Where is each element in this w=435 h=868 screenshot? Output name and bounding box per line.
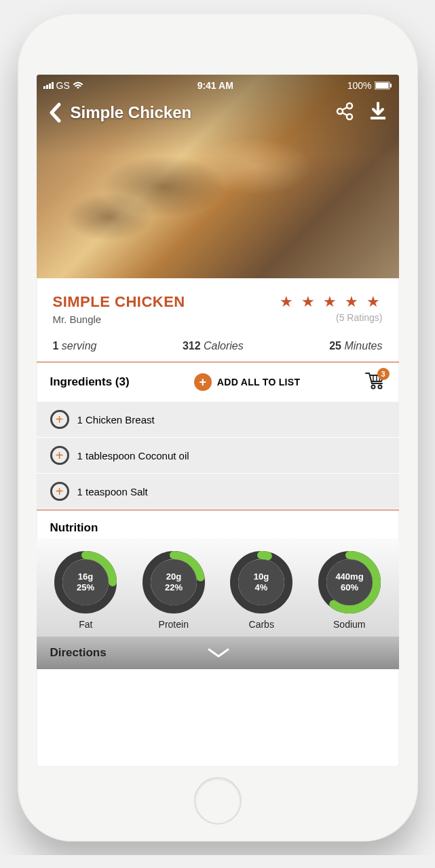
- add-all-label: ADD ALL TO LIST: [217, 377, 300, 388]
- hero-nav: Simple Chicken: [37, 102, 399, 124]
- recipe-title: SIMPLE CHICKEN: [53, 293, 185, 311]
- calories-value: 312: [183, 340, 201, 352]
- ingredient-row: + 1 Chicken Breast: [37, 402, 399, 438]
- svg-text:440mg: 440mg: [335, 571, 363, 582]
- svg-point-3: [347, 103, 352, 109]
- chevron-down-icon: [52, 647, 385, 658]
- svg-point-13: [371, 385, 375, 389]
- cart-badge: 3: [377, 368, 390, 380]
- home-button[interactable]: [194, 777, 242, 825]
- status-left: GS: [43, 80, 83, 91]
- svg-text:60%: 60%: [341, 582, 358, 592]
- nutrition-gauge: 16g25%Fat: [53, 550, 118, 630]
- recipe-header: SIMPLE CHICKEN Mr. Bungle ★ ★ ★ ★ ★ (5 R…: [37, 278, 399, 362]
- servings-label: serving: [62, 340, 97, 352]
- phone-frame: GS 9:41 AM 100% Simple Chicken: [18, 14, 418, 842]
- rating-count: (5 Ratings): [280, 312, 382, 323]
- add-ingredient-button[interactable]: +: [50, 410, 69, 429]
- ingredient-text: 1 tablespoon Coconut oil: [77, 450, 189, 461]
- plus-icon: +: [194, 373, 212, 391]
- nutrition-heading: Nutrition: [37, 510, 399, 539]
- ingredient-text: 1 teaspoon Salt: [77, 486, 148, 497]
- svg-text:4%: 4%: [255, 582, 268, 592]
- ingredient-row: + 1 teaspoon Salt: [37, 474, 399, 510]
- recipe-stats: 1 serving 312 Calories 25 Minutes: [53, 340, 383, 352]
- signal-icon: [43, 82, 54, 89]
- svg-line-7: [342, 113, 347, 115]
- ingredients-header: Ingredients (3) + ADD ALL TO LIST 3: [37, 362, 399, 402]
- add-ingredient-button[interactable]: +: [50, 482, 69, 501]
- svg-text:10g: 10g: [254, 571, 269, 582]
- hero-image: Simple Chicken: [37, 75, 399, 278]
- svg-text:20g: 20g: [166, 571, 181, 582]
- svg-rect-9: [371, 117, 385, 119]
- wifi-icon: [73, 81, 83, 90]
- battery-icon: [375, 81, 392, 90]
- recipe-author: Mr. Bungle: [53, 314, 185, 325]
- time-label: Minutes: [344, 340, 382, 352]
- ingredient-text: 1 Chicken Breast: [77, 414, 155, 426]
- ingredients-list: + 1 Chicken Breast + 1 tablespoon Coconu…: [37, 402, 399, 510]
- gauge-label: Protein: [159, 619, 189, 630]
- nutrition-gauge: 10g4%Carbs: [229, 550, 294, 630]
- carrier-label: GS: [56, 80, 70, 91]
- add-ingredient-button[interactable]: +: [50, 446, 69, 465]
- ingredients-heading: Ingredients (3): [50, 375, 130, 389]
- share-icon[interactable]: [335, 102, 354, 124]
- nutrition-row: 16g25%Fat20g22%Protein10g4%Carbs440mg60%…: [37, 539, 399, 637]
- gauge-label: Carbs: [249, 619, 274, 630]
- back-button[interactable]: [49, 102, 62, 123]
- download-icon[interactable]: [369, 102, 387, 124]
- svg-point-4: [337, 109, 343, 114]
- status-bar: GS 9:41 AM 100%: [37, 75, 399, 96]
- svg-line-6: [342, 107, 347, 110]
- svg-text:22%: 22%: [165, 582, 183, 592]
- status-time: 9:41 AM: [197, 80, 233, 91]
- svg-text:25%: 25%: [77, 582, 94, 592]
- app-screen: GS 9:41 AM 100% Simple Chicken: [37, 75, 399, 767]
- svg-point-5: [347, 114, 352, 119]
- directions-toggle[interactable]: Directions: [37, 637, 399, 669]
- battery-percent: 100%: [347, 80, 372, 91]
- svg-text:16g: 16g: [78, 571, 93, 582]
- hero-title: Simple Chicken: [71, 103, 335, 122]
- svg-rect-1: [375, 83, 388, 89]
- nutrition-gauge: 20g22%Protein: [141, 550, 206, 630]
- time-value: 25: [329, 340, 341, 352]
- calories-label: Calories: [204, 340, 244, 352]
- nutrition-gauge: 440mg60%Sodium: [317, 550, 382, 630]
- servings-value: 1: [53, 340, 59, 352]
- svg-rect-2: [390, 83, 392, 88]
- status-right: 100%: [347, 80, 392, 91]
- add-all-button[interactable]: + ADD ALL TO LIST: [136, 373, 358, 391]
- cart-button[interactable]: 3: [365, 372, 385, 392]
- rating-stars[interactable]: ★ ★ ★ ★ ★: [280, 293, 382, 311]
- ingredient-row: + 1 tablespoon Coconut oil: [37, 438, 399, 474]
- gauge-label: Fat: [79, 619, 92, 630]
- svg-point-14: [378, 385, 381, 389]
- gauge-label: Sodium: [333, 619, 365, 630]
